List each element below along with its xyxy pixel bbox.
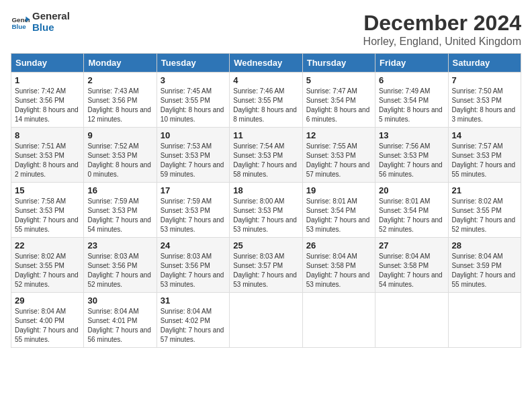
- week-row-2: 8Sunrise: 7:51 AMSunset: 3:53 PMDaylight…: [11, 128, 521, 183]
- week-row-4: 22Sunrise: 8:02 AMSunset: 3:55 PMDayligh…: [11, 238, 521, 293]
- day-number: 17: [161, 185, 226, 195]
- day-number: 6: [379, 75, 444, 85]
- day-info: Sunrise: 7:56 AMSunset: 3:53 PMDaylight:…: [379, 142, 444, 179]
- day-info: Sunrise: 7:42 AMSunset: 3:56 PMDaylight:…: [15, 87, 80, 124]
- calendar-title: December 2024: [363, 11, 521, 36]
- calendar-cell: 24Sunrise: 8:03 AMSunset: 3:56 PMDayligh…: [157, 238, 229, 293]
- calendar-cell: 25Sunrise: 8:03 AMSunset: 3:57 PMDayligh…: [230, 238, 302, 293]
- day-number: 18: [233, 185, 298, 195]
- calendar-cell: 20Sunrise: 8:01 AMSunset: 3:54 PMDayligh…: [375, 183, 448, 238]
- day-header-saturday: Saturday: [448, 54, 521, 73]
- calendar-cell: [302, 293, 375, 348]
- day-number: 12: [306, 130, 371, 140]
- day-number: 1: [15, 75, 80, 85]
- logo-icon: General Blue: [11, 13, 30, 32]
- day-number: 2: [87, 75, 152, 85]
- day-info: Sunrise: 7:54 AMSunset: 3:53 PMDaylight:…: [233, 142, 298, 179]
- day-info: Sunrise: 7:57 AMSunset: 3:53 PMDaylight:…: [452, 142, 517, 179]
- logo: General Blue General Blue: [11, 11, 70, 33]
- calendar-cell: 4Sunrise: 7:46 AMSunset: 3:55 PMDaylight…: [230, 73, 302, 128]
- day-info: Sunrise: 7:49 AMSunset: 3:54 PMDaylight:…: [379, 87, 444, 124]
- calendar-cell: 5Sunrise: 7:47 AMSunset: 3:54 PMDaylight…: [302, 73, 375, 128]
- calendar-cell: 16Sunrise: 7:59 AMSunset: 3:53 PMDayligh…: [84, 183, 157, 238]
- title-area: December 2024 Horley, England, United Ki…: [363, 11, 521, 48]
- day-info: Sunrise: 8:04 AMSunset: 4:00 PMDaylight:…: [15, 307, 80, 345]
- day-info: Sunrise: 7:51 AMSunset: 3:53 PMDaylight:…: [15, 142, 80, 179]
- calendar-cell: 27Sunrise: 8:04 AMSunset: 3:58 PMDayligh…: [375, 238, 448, 293]
- calendar-table: SundayMondayTuesdayWednesdayThursdayFrid…: [11, 53, 521, 348]
- day-info: Sunrise: 7:50 AMSunset: 3:53 PMDaylight:…: [452, 87, 517, 124]
- day-number: 11: [233, 130, 298, 140]
- day-info: Sunrise: 7:59 AMSunset: 3:53 PMDaylight:…: [87, 197, 152, 234]
- day-number: 31: [161, 295, 226, 306]
- day-info: Sunrise: 7:58 AMSunset: 3:53 PMDaylight:…: [15, 197, 80, 234]
- day-number: 28: [452, 240, 517, 250]
- day-info: Sunrise: 7:52 AMSunset: 3:53 PMDaylight:…: [87, 142, 152, 179]
- day-number: 22: [15, 240, 80, 250]
- day-info: Sunrise: 8:04 AMSunset: 4:02 PMDaylight:…: [161, 307, 226, 345]
- day-info: Sunrise: 8:03 AMSunset: 3:57 PMDaylight:…: [233, 252, 298, 289]
- day-info: Sunrise: 8:01 AMSunset: 3:54 PMDaylight:…: [306, 197, 371, 234]
- day-number: 15: [15, 185, 80, 195]
- day-header-monday: Monday: [84, 54, 157, 73]
- calendar-cell: 23Sunrise: 8:03 AMSunset: 3:56 PMDayligh…: [84, 238, 157, 293]
- day-header-sunday: Sunday: [11, 54, 84, 73]
- calendar-cell: 6Sunrise: 7:49 AMSunset: 3:54 PMDaylight…: [375, 73, 448, 128]
- logo-line2: Blue: [32, 22, 70, 34]
- day-number: 13: [379, 130, 444, 140]
- calendar-cell: 15Sunrise: 7:58 AMSunset: 3:53 PMDayligh…: [11, 183, 84, 238]
- calendar-cell: 26Sunrise: 8:04 AMSunset: 3:58 PMDayligh…: [302, 238, 375, 293]
- calendar-cell: [375, 293, 448, 348]
- calendar-cell: [448, 293, 521, 348]
- calendar-cell: 8Sunrise: 7:51 AMSunset: 3:53 PMDaylight…: [11, 128, 84, 183]
- day-header-thursday: Thursday: [302, 54, 375, 73]
- calendar-cell: 12Sunrise: 7:55 AMSunset: 3:53 PMDayligh…: [302, 128, 375, 183]
- day-header-wednesday: Wednesday: [230, 54, 302, 73]
- day-number: 3: [161, 75, 226, 85]
- day-header-tuesday: Tuesday: [157, 54, 229, 73]
- day-number: 16: [87, 185, 152, 195]
- calendar-cell: 11Sunrise: 7:54 AMSunset: 3:53 PMDayligh…: [230, 128, 302, 183]
- day-info: Sunrise: 8:03 AMSunset: 3:56 PMDaylight:…: [161, 252, 226, 289]
- day-number: 9: [87, 130, 152, 140]
- calendar-body: 1Sunrise: 7:42 AMSunset: 3:56 PMDaylight…: [11, 73, 521, 348]
- day-info: Sunrise: 7:46 AMSunset: 3:55 PMDaylight:…: [233, 87, 298, 124]
- calendar-cell: 30Sunrise: 8:04 AMSunset: 4:01 PMDayligh…: [84, 293, 157, 348]
- calendar-cell: 9Sunrise: 7:52 AMSunset: 3:53 PMDaylight…: [84, 128, 157, 183]
- week-row-5: 29Sunrise: 8:04 AMSunset: 4:00 PMDayligh…: [11, 293, 521, 348]
- day-number: 7: [452, 75, 517, 85]
- calendar-cell: 29Sunrise: 8:04 AMSunset: 4:00 PMDayligh…: [11, 293, 84, 348]
- calendar-cell: 21Sunrise: 8:02 AMSunset: 3:55 PMDayligh…: [448, 183, 521, 238]
- day-info: Sunrise: 7:59 AMSunset: 3:53 PMDaylight:…: [161, 197, 226, 234]
- calendar-header-row: SundayMondayTuesdayWednesdayThursdayFrid…: [11, 54, 521, 73]
- calendar-cell: [230, 293, 302, 348]
- day-number: 30: [87, 295, 152, 306]
- day-number: 8: [15, 130, 80, 140]
- calendar-cell: 10Sunrise: 7:53 AMSunset: 3:53 PMDayligh…: [157, 128, 229, 183]
- day-number: 25: [233, 240, 298, 250]
- calendar-subtitle: Horley, England, United Kingdom: [363, 36, 521, 48]
- day-info: Sunrise: 8:04 AMSunset: 3:58 PMDaylight:…: [306, 252, 371, 289]
- day-number: 20: [379, 185, 444, 195]
- day-info: Sunrise: 8:01 AMSunset: 3:54 PMDaylight:…: [379, 197, 444, 234]
- day-info: Sunrise: 7:47 AMSunset: 3:54 PMDaylight:…: [306, 87, 371, 124]
- day-info: Sunrise: 8:04 AMSunset: 3:59 PMDaylight:…: [452, 252, 517, 289]
- calendar-cell: 13Sunrise: 7:56 AMSunset: 3:53 PMDayligh…: [375, 128, 448, 183]
- day-info: Sunrise: 7:55 AMSunset: 3:53 PMDaylight:…: [306, 142, 371, 179]
- day-number: 27: [379, 240, 444, 250]
- day-header-friday: Friday: [375, 54, 448, 73]
- day-number: 29: [15, 295, 80, 306]
- day-info: Sunrise: 8:03 AMSunset: 3:56 PMDaylight:…: [87, 252, 152, 289]
- header: General Blue General Blue December 2024 …: [11, 11, 521, 48]
- week-row-3: 15Sunrise: 7:58 AMSunset: 3:53 PMDayligh…: [11, 183, 521, 238]
- day-info: Sunrise: 8:02 AMSunset: 3:55 PMDaylight:…: [452, 197, 517, 234]
- calendar-cell: 14Sunrise: 7:57 AMSunset: 3:53 PMDayligh…: [448, 128, 521, 183]
- day-number: 10: [161, 130, 226, 140]
- day-number: 24: [161, 240, 226, 250]
- day-number: 4: [233, 75, 298, 85]
- day-info: Sunrise: 7:43 AMSunset: 3:56 PMDaylight:…: [87, 87, 152, 124]
- calendar-cell: 3Sunrise: 7:45 AMSunset: 3:55 PMDaylight…: [157, 73, 229, 128]
- calendar-cell: 1Sunrise: 7:42 AMSunset: 3:56 PMDaylight…: [11, 73, 84, 128]
- calendar-cell: 17Sunrise: 7:59 AMSunset: 3:53 PMDayligh…: [157, 183, 229, 238]
- day-number: 5: [306, 75, 371, 85]
